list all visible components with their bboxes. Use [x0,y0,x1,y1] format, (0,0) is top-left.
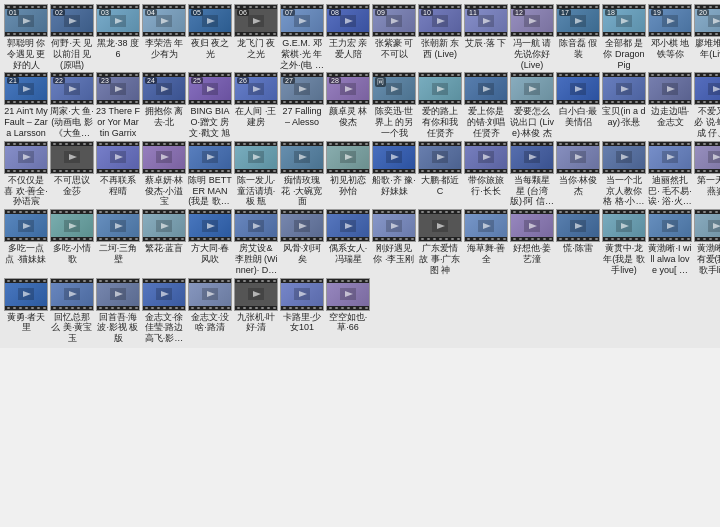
list-item[interactable]: 多吃一点点 ·猫妹妹 [4,209,48,275]
thumbnail [602,72,646,105]
list-item[interactable]: 船歌·齐 豫·好妹妹 [372,141,416,207]
list-item[interactable]: 回忆总那么 美·黄宝玉 [50,278,94,344]
thumbnail: 26 [234,72,278,105]
list-item[interactable]: 28 颜卓灵 林俊杰 [326,72,370,138]
list-item[interactable]: 黄渤晰·I will alwa love you[ 歌手live] [648,209,692,275]
list-item[interactable]: 金志文·徐 佳莹·路边 高飞·影视 板版 [142,278,186,344]
list-item[interactable]: 方大同·春 风吹 [188,209,232,275]
video-number: 02 [53,9,65,16]
list-item[interactable]: 12 冯一航 请先说你好 (Live) [510,4,554,70]
list-item[interactable]: 第一天·孙 燕姿 [694,141,720,207]
thumbnail: 25 [188,72,232,105]
list-item[interactable]: 18 全部都 是你 Dragon Pig [602,4,646,70]
video-title: 艾辰·落 下 [465,38,506,49]
list-item[interactable]: 偶系女人· 冯瑞星 [326,209,370,275]
list-item[interactable]: 爱要怎么 说出口 (Live)·林俊 杰 [510,72,554,138]
list-item[interactable]: 03 黑龙·38 度6 [96,4,140,70]
list-item[interactable]: 06 龙飞门 夜之光 [234,4,278,70]
list-item[interactable]: 边走边唱· 金志文 [648,72,692,138]
list-item[interactable]: 20 廖堆堆· 晚年(Live) [694,4,720,70]
list-item[interactable]: 04 李荣浩 年少有为 [142,4,186,70]
list-item[interactable]: 刚好遇见你 ·李玉刚 [372,209,416,275]
list-item[interactable]: 05 夜归 夜之光 [188,4,232,70]
list-item[interactable]: 卡路里·少 女101 [280,278,324,344]
list-item[interactable]: 初见初恋 孙怡 [326,141,370,207]
list-item[interactable]: 不仅仅是喜 欢·善全· 孙语宸 [4,141,48,207]
list-item[interactable]: 当每颗星星 (台湾版)·阿 信、彭全 [510,141,554,207]
list-item[interactable]: 白小白·最 美情侣 [556,72,600,138]
list-item[interactable]: 02 何野·天 见以前泪 见(原唱) [50,4,94,70]
video-title: 王力宏 亲爱人陪 [326,38,370,60]
list-item[interactable]: 黄贯中·龙 年(我是 歌手live) [602,209,646,275]
list-item[interactable]: 10 张朝新 东西 (Live) [418,4,462,70]
list-item[interactable]: 痴情玫瑰花 ·大碗宽面 [280,141,324,207]
video-title: 刚好遇见你 ·李玉刚 [372,243,416,265]
list-item[interactable]: 黄勇·者天 里 [4,278,48,344]
video-title: 慌·陈雷 [563,243,593,254]
video-title: 回首吾·海 波·影视 板版 [96,312,140,344]
video-title: 张朝新 东西 (Live) [418,38,462,60]
list-item[interactable]: 迪丽然扎巴· 毛不易·诶· 浴·火成诗 [648,141,692,207]
thumbnail [280,141,324,174]
list-item[interactable]: 大鹏·都近 C [418,141,462,207]
list-item[interactable]: 不可思议 金莎 [50,141,94,207]
video-title: 九张机·叶 好·清 [234,312,278,334]
list-item[interactable]: 17 陈音磊 假装 [556,4,600,70]
list-item[interactable]: 二坷·三角 壁 [96,209,140,275]
list-item[interactable]: 金志文·没 啥·路清 [188,278,232,344]
list-item[interactable]: 回首吾·海 波·影视 板版 [96,278,140,344]
list-item[interactable]: 26 在人间 ·王建房 [234,72,278,138]
list-item[interactable]: 蔡卓妍·林 俊杰·小溢 宝 [142,141,186,207]
thumbnail [326,278,370,311]
video-title: 冯一航 请先说你好 (Live) [510,38,554,70]
list-item[interactable]: 21 21 Ain't My Fault – Zara Larsson [4,72,48,138]
list-item[interactable]: 陈一发儿· 童活请填·板 瓶 [234,141,278,207]
list-item[interactable]: 27 27 Falling – Alesso [280,72,324,138]
list-item[interactable]: 房艾设& 李胜朗 (Winner)· Dream S… [234,209,278,275]
list-item[interactable]: 01 郭聪明 你令遇见 更好的人 [4,4,48,70]
thumbnail: 27 [280,72,324,105]
thumbnail: 10 [418,4,462,37]
list-item[interactable]: 25 BING BIAO·蹭文 房文·戳文 旭 [188,72,232,138]
list-item[interactable]: 19 邓小棋 地铁等你 [648,4,692,70]
list-item[interactable]: 爱上你是 的错·刘唱 任贤齐 [464,72,508,138]
list-item[interactable]: 九张机·叶 好·清 [234,278,278,344]
list-item[interactable]: 爱的路上 有你和我 任贤齐 [418,72,462,138]
video-number: 07 [283,9,295,16]
list-item[interactable]: 08 王力宏 亲爱人陪 [326,4,370,70]
list-item[interactable]: 广东爱情故 事·广东图 神 [418,209,462,275]
list-item[interactable]: 09 张紫豪 可不可以 [372,4,416,70]
thumbnail [464,141,508,174]
thumbnail [188,141,232,174]
list-item[interactable]: 好想他·姜 艺潼 [510,209,554,275]
list-item[interactable]: 23 23 There For Yor Martin Garrix [96,72,140,138]
video-number: 23 [99,77,111,84]
video-title: 爱要怎么 说出口 (Live)·林俊 杰 [510,106,554,138]
list-item[interactable]: 当一个北 京人教你格 格·小老虎 · [602,141,646,207]
list-item[interactable]: 繁花·蓝盲 [142,209,186,275]
thumbnail [50,209,94,242]
list-item[interactable]: 24 拥抱你 离去·北 [142,72,186,138]
list-item[interactable]: 海草舞·善 全 [464,209,508,275]
list-item[interactable]: 同 陈奕迅·世界上 的另一个我 [372,72,416,138]
video-number: 18 [605,9,617,16]
list-item[interactable]: 宝贝(in a day)·张悬 [602,72,646,138]
list-item[interactable]: 当你·林俊 杰 [556,141,600,207]
list-item[interactable]: 空空如也· 草·66 [326,278,370,344]
list-item[interactable]: 不再联系 程晴 [96,141,140,207]
list-item[interactable]: 07 G.E.M. 邓紫棋·光 年之外·(电 影《太空… [280,4,324,70]
list-item[interactable]: 黄渤晰·只 有爱(我是 歌手live) [694,209,720,275]
video-title: 不爱又何必 说·蝴蝶·成 仔、阿黄 [694,106,720,138]
video-title: 蔡卓妍·林 俊杰·小溢 宝 [142,175,186,207]
list-item[interactable]: 11 艾辰·落 下 [464,4,508,70]
list-item[interactable]: 22 周家·大 鱼·(动画电 影《大鱼海 棠》印象… [50,72,94,138]
list-item[interactable]: 不爱又何必 说·蝴蝶·成 仔、阿黄 [694,72,720,138]
list-item[interactable]: 慌·陈雷 [556,209,600,275]
list-item[interactable]: 风骨·刘珂 矣 [280,209,324,275]
list-item[interactable]: 陈明 BETTER MAN(我是 歌手live) [188,141,232,207]
thumbnail [602,209,646,242]
video-title: 何野·天 见以前泪 见(原唱) [50,38,94,70]
list-item[interactable]: 带你旅旅 行·长长 [464,141,508,207]
list-item[interactable]: 多吃·小情 歌 [50,209,94,275]
thumbnail [4,141,48,174]
